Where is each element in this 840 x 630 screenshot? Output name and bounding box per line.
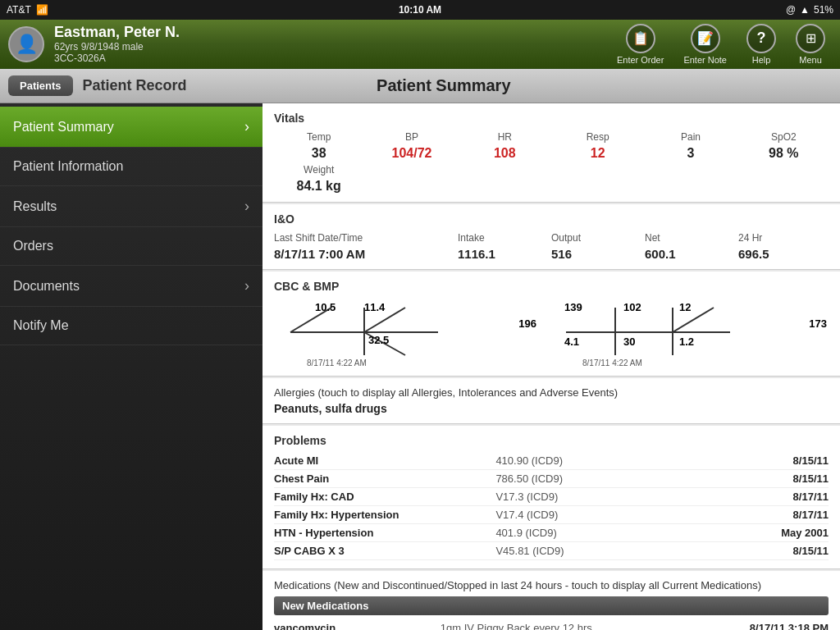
sidebar-label-patient-information: Patient Information bbox=[13, 159, 123, 174]
io-value-net: 600.1 bbox=[645, 247, 735, 261]
vital-value-resp: 12 bbox=[553, 146, 642, 161]
problem-name: Family Hx: CAD bbox=[274, 491, 495, 503]
vital-label-weight: Weight bbox=[274, 164, 363, 176]
help-button[interactable]: ? Help bbox=[740, 21, 783, 68]
header: 👤 Eastman, Peter N. 62yrs 9/8/1948 male … bbox=[0, 20, 840, 69]
wifi-icon: 📶 bbox=[36, 4, 48, 16]
patients-button[interactable]: Patients bbox=[8, 75, 73, 96]
vital-weight: Weight 84.1 kg bbox=[274, 164, 363, 194]
problem-name: Family Hx: Hypertension bbox=[274, 509, 495, 521]
med-date: 8/17/11 3:18 PM bbox=[662, 622, 829, 630]
bmp-val-topleft: 139 bbox=[564, 301, 582, 313]
bmp-val-bottomcenter: 30 bbox=[623, 336, 635, 348]
vital-value-pain: 3 bbox=[646, 146, 735, 161]
enter-order-button[interactable]: 📋 Enter Order bbox=[610, 21, 670, 68]
signal-icon: ▲ bbox=[800, 4, 810, 16]
medications-list: vancomycin 1gm IV Piggy Back every 12 hr… bbox=[274, 619, 829, 630]
patients-label: Patients bbox=[20, 80, 62, 92]
chevron-right-icon-documents: › bbox=[244, 277, 249, 294]
problem-date: 8/17/11 bbox=[718, 491, 829, 503]
vital-label-resp: Resp bbox=[553, 131, 642, 143]
vital-temp: Temp 38 bbox=[274, 131, 363, 161]
problems-title: Problems bbox=[274, 434, 829, 447]
problem-date: 8/17/11 bbox=[718, 509, 829, 521]
problem-code: 786.50 (ICD9) bbox=[495, 472, 717, 485]
problem-date: May 2001 bbox=[718, 527, 829, 539]
cbc-val-topright: 11.4 bbox=[364, 301, 385, 313]
io-output: Output 516 bbox=[551, 232, 641, 261]
status-bar: AT&T 📶 10:10 AM @ ▲ 51% bbox=[0, 0, 840, 20]
chevron-right-icon-results: › bbox=[244, 198, 249, 215]
io-title: I&O bbox=[274, 212, 829, 226]
vital-value-spo2: 98 % bbox=[739, 146, 829, 161]
battery-label: 51% bbox=[814, 4, 833, 16]
nav-bar: Patients Patient Record Patient Summary bbox=[0, 69, 840, 103]
bmp-val-topright: 12 bbox=[679, 301, 691, 313]
vital-value-weight: 84.1 kg bbox=[274, 179, 363, 194]
problem-name: HTN - Hypertension bbox=[274, 527, 495, 539]
io-label-intake: Intake bbox=[458, 232, 548, 244]
bmp-val-bottomright: 1.2 bbox=[679, 336, 694, 348]
medication-row: vancomycin 1gm IV Piggy Back every 12 hr… bbox=[274, 619, 829, 630]
help-icon: ? bbox=[746, 24, 776, 53]
patient-record-title: Patient Record bbox=[83, 77, 187, 94]
time-label: 10:10 AM bbox=[399, 4, 441, 16]
bmp-val-far: 173 bbox=[809, 317, 827, 330]
enter-note-button[interactable]: 📝 Enter Note bbox=[677, 21, 733, 68]
problems-section: Problems Acute MI 410.90 (ICD9) 8/15/11 … bbox=[262, 426, 840, 569]
cbc-title: CBC & BMP bbox=[274, 280, 829, 293]
problem-row: Family Hx: CAD V17.3 (ICD9) 8/17/11 bbox=[274, 488, 829, 506]
io-label-datetime: Last Shift Date/Time bbox=[274, 232, 454, 244]
cbc-timestamp-right: 8/17/11 4:22 AM bbox=[582, 358, 642, 368]
vital-spo2: SpO2 98 % bbox=[739, 131, 829, 161]
cbc-section: CBC & BMP bbox=[262, 272, 840, 377]
sidebar-item-notify-me[interactable]: Notify Me bbox=[0, 307, 262, 345]
io-grid: Last Shift Date/Time 8/17/11 7:00 AM Int… bbox=[274, 232, 829, 261]
io-value-24hr: 696.5 bbox=[738, 247, 829, 261]
header-actions: 📋 Enter Order 📝 Enter Note ? Help ⊞ Menu bbox=[610, 21, 832, 68]
sidebar-item-results[interactable]: Results › bbox=[0, 186, 262, 227]
io-datetime: Last Shift Date/Time 8/17/11 7:00 AM bbox=[274, 232, 454, 261]
enter-note-icon: 📝 bbox=[691, 24, 720, 53]
avatar: 👤 bbox=[8, 26, 44, 62]
problem-row: Acute MI 410.90 (ICD9) 8/15/11 bbox=[274, 452, 829, 470]
allergies-section[interactable]: Allergies (touch to display all Allergie… bbox=[262, 378, 840, 424]
vital-hr: HR 108 bbox=[460, 131, 550, 161]
new-medications-label: New Medications bbox=[274, 596, 829, 615]
vitals-section: Vitals Temp 38 BP 104/72 HR 108 Resp 12 bbox=[262, 103, 840, 203]
menu-button[interactable]: ⊞ Menu bbox=[789, 21, 832, 68]
menu-icon: ⊞ bbox=[796, 24, 825, 53]
at-icon: @ bbox=[786, 4, 796, 16]
cbc-fishbone-right: 139 102 12 4.1 30 1.2 173 8/17/11 4:22 A… bbox=[558, 299, 829, 368]
allergies-header: Allergies (touch to display all Allergie… bbox=[274, 386, 829, 399]
bmp-val-bottomleft: 4.1 bbox=[564, 336, 579, 348]
allergies-values: Peanuts, sulfa drugs bbox=[274, 402, 829, 415]
sidebar-item-patient-information[interactable]: Patient Information bbox=[0, 148, 262, 186]
enter-order-icon: 📋 bbox=[626, 24, 655, 53]
sidebar-label-results: Results bbox=[13, 199, 57, 214]
sidebar-item-orders[interactable]: Orders bbox=[0, 227, 262, 266]
problem-code: V45.81 (ICD9) bbox=[495, 545, 717, 557]
medications-section[interactable]: Medications (New and Discontinued/Stoppe… bbox=[262, 571, 840, 630]
io-label-net: Net bbox=[645, 232, 735, 244]
help-label: Help bbox=[752, 55, 771, 65]
vitals-title: Vitals bbox=[274, 112, 829, 125]
sidebar-item-documents[interactable]: Documents › bbox=[0, 266, 262, 307]
sidebar: Patient Summary › Patient Information Re… bbox=[0, 103, 262, 630]
vital-value-hr: 108 bbox=[460, 146, 550, 161]
patient-mrn: 3CC-3026A bbox=[54, 52, 180, 64]
problem-row: S/P CABG X 3 V45.81 (ICD9) 8/15/11 bbox=[274, 542, 829, 560]
sidebar-item-patient-summary[interactable]: Patient Summary › bbox=[0, 107, 262, 148]
medications-header: Medications (New and Discontinued/Stoppe… bbox=[274, 579, 829, 591]
io-value-output: 516 bbox=[551, 247, 641, 261]
patient-name: Eastman, Peter N. bbox=[54, 24, 180, 41]
menu-label: Menu bbox=[799, 55, 822, 65]
io-section: I&O Last Shift Date/Time 8/17/11 7:00 AM… bbox=[262, 204, 840, 270]
vital-label-hr: HR bbox=[460, 131, 550, 143]
vital-value-temp: 38 bbox=[274, 146, 363, 161]
page-title: Patient Summary bbox=[187, 76, 701, 95]
io-label-output: Output bbox=[551, 232, 641, 244]
cbc-fishbone-left: 10.5 11.4 32.5 196 8/17/11 4:22 AM bbox=[274, 299, 545, 368]
io-value-datetime: 8/17/11 7:00 AM bbox=[274, 247, 454, 261]
io-label-24hr: 24 Hr bbox=[738, 232, 829, 244]
